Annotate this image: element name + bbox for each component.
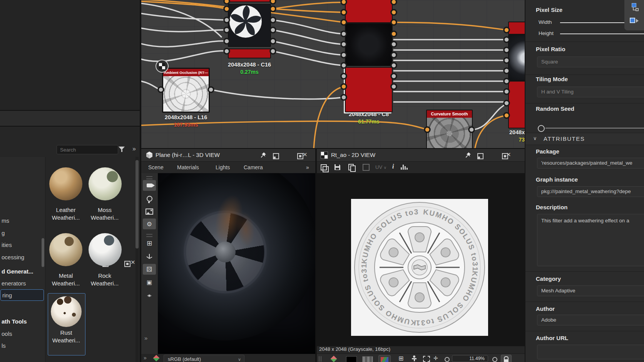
graph-node-dark[interactable]: [345, 23, 393, 66]
material-thumbnail[interactable]: [49, 167, 82, 200]
filter-funnel-icon[interactable]: [119, 147, 125, 152]
graph-node-ambient-occlusion[interactable]: Ambient Occlusion (RT—: [162, 68, 210, 113]
menu-scene[interactable]: Scene: [148, 164, 164, 170]
random-seed-knob[interactable]: [538, 125, 545, 132]
tiling-mode-select[interactable]: H and V Tiling: [537, 87, 644, 97]
zoom-out-icon[interactable]: [445, 357, 450, 362]
material-name[interactable]: Rust Weatheri...: [47, 329, 85, 344]
description-field[interactable]: This filter add a weathering effect on a: [537, 214, 644, 266]
pixel-ratio-select[interactable]: Square: [537, 57, 644, 67]
linked-size-tree-icon[interactable]: [630, 3, 639, 12]
lights-button[interactable]: [143, 193, 156, 204]
height-slider[interactable]: [560, 33, 644, 34]
sidebar-item[interactable]: ls: [0, 340, 45, 352]
plane-mesh-button[interactable]: ◈: [143, 290, 156, 301]
sidebar-item-selected[interactable]: ring: [0, 289, 44, 301]
graph-node-red[interactable]: [345, 0, 393, 23]
author-url-field[interactable]: [537, 345, 644, 359]
close-panel-icon[interactable]: ✕: [303, 152, 308, 157]
bottombar-overflow-icon[interactable]: »: [144, 355, 147, 361]
search-input[interactable]: [57, 145, 118, 154]
rgb-channels-button[interactable]: [378, 355, 391, 362]
black-swatch[interactable]: [346, 356, 357, 362]
tile-grid-icon[interactable]: ⊞: [398, 355, 403, 362]
author-field[interactable]: Adobe: [537, 315, 644, 325]
pan-icon[interactable]: ✛: [433, 355, 438, 361]
histogram-icon[interactable]: [401, 165, 408, 170]
menu-materials[interactable]: Materials: [177, 164, 199, 170]
sidebar-item[interactable]: ocessing: [0, 252, 45, 263]
package-field[interactable]: 'resources/packages/painted_metal_we: [537, 158, 644, 168]
gray-swatch[interactable]: [362, 356, 373, 362]
pin-icon[interactable]: [465, 152, 471, 158]
uv-dropdown[interactable]: UV ∨: [375, 164, 386, 170]
material-thumbnail[interactable]: [89, 167, 122, 200]
node-graph-canvas[interactable]: Ambient Occlusion (RT— Curvature Smooth …: [141, 0, 525, 148]
toolbar-grip[interactable]: [146, 234, 152, 237]
random-seed-slider[interactable]: [545, 128, 644, 128]
material-name[interactable]: Rock Weatheri...: [85, 272, 124, 287]
lock-zoom-button[interactable]: [501, 355, 512, 362]
view3d-viewport[interactable]: [158, 173, 315, 354]
view2d-canvas[interactable]: KUMHO SOLUS to31 KUMHO SOLUS to31 KUMHO …: [317, 173, 527, 346]
marquee-icon[interactable]: [423, 356, 430, 362]
sidebar-item[interactable]: ities: [0, 239, 45, 251]
sidebar-item[interactable]: ath Tools: [0, 316, 45, 327]
close-panel-icon[interactable]: ✕: [506, 152, 511, 157]
menu-overflow-icon[interactable]: »: [306, 164, 309, 170]
material-thumbnail[interactable]: [89, 233, 122, 266]
graph-node-red[interactable]: [228, 48, 271, 58]
camera-view-button[interactable]: [143, 180, 156, 191]
material-name[interactable]: Moss Weatheri...: [85, 206, 124, 222]
view2d-header[interactable]: Rt_ao - 2D VIEW ✕: [317, 149, 527, 162]
view3d-header[interactable]: Plane (hi-r…L - 3D VIEW ✕: [141, 149, 315, 162]
sidebar-item[interactable]: enerators: [0, 278, 45, 289]
graph-node-photo[interactable]: [508, 35, 525, 81]
sidebar-item[interactable]: ools: [0, 328, 45, 340]
library-scrollbar-thumb[interactable]: [135, 160, 139, 249]
graph-node-red[interactable]: [228, 0, 271, 2]
library-more-icon[interactable]: »: [132, 145, 136, 152]
zoom-in-icon[interactable]: [492, 357, 497, 362]
save-icon[interactable]: [335, 164, 340, 170]
width-slider[interactable]: [560, 22, 625, 23]
geometry-button[interactable]: ▣: [143, 277, 156, 288]
toolbar-grip[interactable]: [319, 356, 321, 362]
graph-node-red[interactable]: [508, 81, 525, 128]
output-preview-icon[interactable]: [630, 18, 639, 25]
maximize-panel-icon[interactable]: [124, 261, 130, 267]
float-panel-icon[interactable]: [273, 153, 279, 159]
graph-node-curvature-smooth[interactable]: Curvature Smooth: [426, 110, 473, 148]
menu-camera[interactable]: Camera: [244, 164, 263, 170]
material-name[interactable]: Metal Weatheri...: [47, 272, 85, 287]
colorspace-dropdown[interactable]: sRGB (default) ∨: [164, 355, 244, 362]
toolbar-overflow-icon[interactable]: »: [144, 335, 147, 341]
material-tile-selected[interactable]: Rust Weatheri...: [48, 293, 85, 355]
random-preview-button[interactable]: ⚄: [143, 264, 156, 275]
zoom-level-field[interactable]: 11.49%: [452, 355, 488, 362]
display-settings-button[interactable]: ⚙: [143, 219, 156, 229]
toolbar-grip[interactable]: [146, 176, 152, 179]
pin-icon[interactable]: [260, 152, 266, 158]
material-thumbnail[interactable]: [51, 296, 82, 327]
transform-icon[interactable]: [363, 164, 370, 171]
sidebar-item[interactable]: d Generat...: [0, 266, 45, 277]
material-name[interactable]: Leather Weatheri...: [47, 206, 85, 222]
sidebar-scrollbar[interactable]: [42, 238, 44, 267]
float-panel-icon[interactable]: [477, 153, 483, 159]
info-icon[interactable]: i: [392, 163, 394, 170]
material-thumbnail[interactable]: [49, 233, 82, 266]
attributes-section-header[interactable]: ∨ ATTRIBUTES: [525, 133, 644, 145]
sidebar-item[interactable]: ms: [0, 215, 45, 227]
environment-button[interactable]: [143, 206, 156, 217]
close-panel-icon[interactable]: ✕: [130, 259, 135, 265]
category-field[interactable]: Mesh Adaptive: [537, 285, 644, 296]
colorspace-icon[interactable]: [331, 356, 337, 362]
library-scrollbar-track[interactable]: [135, 157, 139, 362]
sidebar-item[interactable]: g: [0, 227, 45, 239]
uv-grid-button[interactable]: ⊞: [143, 238, 156, 249]
graph-node-red-selected[interactable]: [345, 67, 393, 112]
menu-lights[interactable]: Lights: [216, 164, 230, 170]
mannequin-icon[interactable]: [411, 355, 417, 362]
graph-instance-field[interactable]: pkg:///painted_metal_weathering?depe: [537, 186, 644, 197]
